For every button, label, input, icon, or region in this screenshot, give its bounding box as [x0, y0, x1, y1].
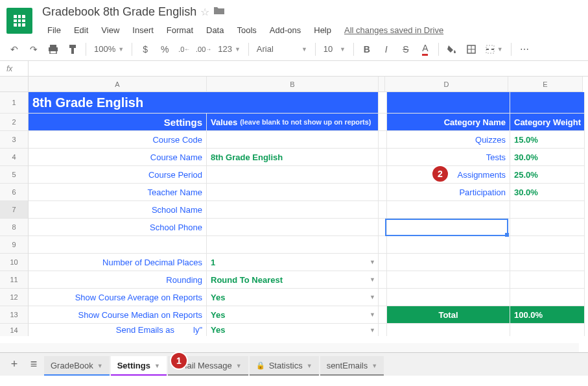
text-color-button[interactable]: A: [416, 40, 434, 58]
fill-color-button[interactable]: [443, 40, 461, 58]
col-header[interactable]: D: [385, 77, 508, 92]
row-header[interactable]: 6: [0, 184, 29, 201]
cell-setting-label[interactable]: Send Emails as ly": [29, 324, 207, 336]
cell[interactable]: [379, 131, 387, 149]
cell-setting-label[interactable]: Show Course Average on Reports: [29, 289, 207, 306]
cell-setting-value[interactable]: [207, 201, 379, 219]
row-header[interactable]: 3: [0, 131, 29, 149]
row-header[interactable]: 11: [0, 271, 29, 289]
cell-category-name[interactable]: Quizzes: [387, 131, 510, 149]
cell[interactable]: [379, 149, 387, 166]
row-header[interactable]: 10: [0, 254, 29, 271]
cell[interactable]: 8th Grade English: [29, 92, 379, 114]
cell[interactable]: [379, 114, 387, 131]
cell[interactable]: [387, 324, 510, 336]
cell[interactable]: [379, 254, 387, 271]
sheet-tab[interactable]: sentEmails▼: [320, 356, 384, 376]
cell[interactable]: Category Name: [387, 114, 510, 131]
cell-setting-label[interactable]: Course Name: [29, 149, 207, 166]
cell-setting-value[interactable]: [207, 166, 379, 184]
row-header[interactable]: 5: [0, 166, 29, 184]
italic-button[interactable]: I: [377, 40, 395, 58]
merge-button[interactable]: ▼: [482, 40, 507, 58]
row-header[interactable]: 14: [0, 324, 29, 336]
font-select[interactable]: Arial▼: [253, 40, 311, 58]
cell[interactable]: [510, 324, 585, 336]
menu-addons[interactable]: Add-ons: [265, 23, 306, 38]
col-header[interactable]: A: [29, 77, 207, 92]
row-header[interactable]: 13: [0, 306, 29, 324]
borders-button[interactable]: [462, 40, 480, 58]
cell[interactable]: Values(leave blank to not show up on rep…: [207, 114, 379, 131]
menu-format[interactable]: Format: [161, 23, 198, 38]
cell[interactable]: [379, 324, 387, 336]
cell[interactable]: [379, 219, 387, 236]
row-header[interactable]: 9: [0, 236, 29, 254]
select-all-corner[interactable]: [0, 77, 29, 92]
add-sheet-button[interactable]: +: [5, 356, 23, 374]
horizontal-scrollbar[interactable]: [0, 343, 579, 352]
row-header[interactable]: 4: [0, 149, 29, 166]
row-header[interactable]: 7: [0, 201, 29, 219]
cell[interactable]: [387, 201, 510, 219]
col-header[interactable]: [379, 77, 385, 92]
menu-data[interactable]: Data: [201, 23, 229, 38]
cell[interactable]: Settings: [29, 114, 207, 131]
format-select[interactable]: 123▼: [214, 40, 244, 58]
more-button[interactable]: ⋯: [515, 40, 534, 58]
cell[interactable]: [510, 92, 585, 114]
save-status[interactable]: All changes saved in Drive: [344, 25, 443, 35]
cell-setting-label[interactable]: School Phone: [29, 219, 207, 236]
cell-setting-value[interactable]: Yes▼: [207, 289, 379, 306]
cell[interactable]: [387, 289, 510, 306]
cell-category-weight[interactable]: 30.0%: [510, 149, 585, 166]
strike-button[interactable]: S: [397, 40, 415, 58]
cell-setting-label[interactable]: Course Period: [29, 166, 207, 184]
cell[interactable]: [387, 219, 510, 236]
cell[interactable]: [387, 236, 510, 254]
print-button[interactable]: [44, 40, 62, 58]
cell[interactable]: [379, 271, 387, 289]
currency-button[interactable]: $: [136, 40, 154, 58]
menu-edit[interactable]: Edit: [69, 23, 93, 38]
cell-setting-value[interactable]: [207, 131, 379, 149]
decrease-decimal-button[interactable]: .0←: [175, 40, 193, 58]
cell[interactable]: [379, 184, 387, 201]
cell[interactable]: [387, 92, 510, 114]
cell-total-label[interactable]: Total: [387, 306, 510, 324]
cell[interactable]: [510, 219, 585, 236]
all-sheets-button[interactable]: ≡: [25, 356, 43, 374]
cell-setting-label[interactable]: Rounding: [29, 271, 207, 289]
cell[interactable]: [379, 236, 387, 254]
cell[interactable]: [387, 271, 510, 289]
menu-insert[interactable]: Insert: [127, 23, 159, 38]
menu-help[interactable]: Help: [309, 23, 336, 38]
row-header[interactable]: 8: [0, 219, 29, 236]
col-header[interactable]: E: [508, 77, 583, 92]
font-size-select[interactable]: 10▼: [320, 40, 349, 58]
cell[interactable]: [379, 289, 387, 306]
cell[interactable]: [379, 201, 387, 219]
cell-setting-value[interactable]: Yes▼: [207, 324, 379, 336]
cell[interactable]: Category Weight: [510, 114, 585, 131]
menu-file[interactable]: File: [42, 23, 66, 38]
row-header[interactable]: 2: [0, 114, 29, 131]
cell-category-name[interactable]: Participation: [387, 184, 510, 201]
sheet-tab[interactable]: Settings▼: [111, 356, 167, 376]
star-icon[interactable]: ☆: [200, 6, 209, 18]
cell[interactable]: [29, 236, 207, 254]
col-header[interactable]: B: [207, 77, 379, 92]
cell[interactable]: [379, 166, 387, 184]
sheet-tab[interactable]: GradeBook▼: [44, 356, 110, 376]
cell[interactable]: [379, 306, 387, 324]
formula-input[interactable]: [29, 61, 588, 76]
increase-decimal-button[interactable]: .00→: [194, 40, 213, 58]
cell-setting-value[interactable]: 8th Grade English: [207, 149, 379, 166]
paint-format-button[interactable]: [64, 40, 82, 58]
folder-icon[interactable]: [213, 6, 225, 18]
cell-setting-label[interactable]: Number of Decimal Places: [29, 254, 207, 271]
cell[interactable]: [207, 236, 379, 254]
zoom-select[interactable]: 100%▼: [90, 40, 128, 58]
percent-button[interactable]: %: [156, 40, 174, 58]
cell-category-weight[interactable]: 15.0%: [510, 131, 585, 149]
